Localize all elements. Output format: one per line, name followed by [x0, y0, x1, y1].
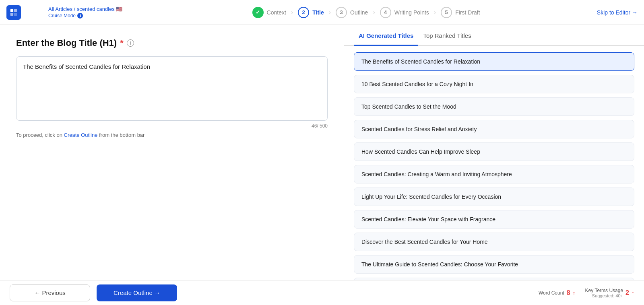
- step-label-draft: First Draft: [455, 9, 480, 16]
- main-content: Enter the Blog Title (H1) * i The Benefi…: [0, 25, 644, 280]
- step-label-outline: Outline: [350, 9, 368, 16]
- steps-nav: ✓ Context › 2 Title › 3 Outline › 4 Writ…: [135, 7, 597, 18]
- svg-rect-2: [14, 9, 17, 12]
- step-arrow-3: ›: [373, 9, 375, 16]
- left-panel: Enter the Blog Title (H1) * i The Benefi…: [0, 25, 344, 280]
- key-terms-value: 2: [625, 289, 629, 297]
- word-count-arrow: ↑: [573, 290, 576, 296]
- step-outline[interactable]: 3 Outline: [336, 7, 368, 18]
- breadcrumb: All Articles / scented candles 🇺🇸: [48, 6, 122, 12]
- title-suggestion-3[interactable]: Scented Candles for Stress Relief and An…: [354, 120, 634, 138]
- create-outline-link[interactable]: Create Outline: [64, 132, 99, 138]
- char-count: 46/ 500: [16, 123, 328, 129]
- previous-button[interactable]: ← Previous: [10, 284, 90, 301]
- bottom-bar: ← Previous Create Outline → Word Count 8…: [0, 280, 644, 305]
- step-circle-outline: 3: [336, 7, 347, 18]
- title-suggestion-9[interactable]: The Ultimate Guide to Scented Candles: C…: [354, 255, 634, 274]
- info-icon[interactable]: i: [127, 39, 134, 47]
- word-count-stat: Word Count 8 ↑: [539, 289, 576, 297]
- step-arrow-2: ›: [329, 9, 331, 16]
- title-suggestion-1[interactable]: 10 Best Scented Candles for a Cozy Night…: [354, 75, 634, 93]
- all-articles-link[interactable]: All Articles: [48, 6, 72, 12]
- title-suggestion-6[interactable]: Light Up Your Life: Scented Candles for …: [354, 188, 634, 206]
- title-suggestion-7[interactable]: Scented Candles: Elevate Your Space with…: [354, 210, 634, 229]
- step-label-writing: Writing Points: [394, 9, 429, 16]
- section-title: Enter the Blog Title (H1) * i: [16, 38, 328, 48]
- svg-rect-0: [10, 9, 13, 12]
- title-suggestion-2[interactable]: Top Scented Candles to Set the Mood: [354, 97, 634, 116]
- required-indicator: *: [120, 38, 124, 48]
- step-first-draft[interactable]: 5 First Draft: [441, 7, 480, 18]
- key-terms-stat: Key Terms Usage Suggested: 40+ 2 ↑: [585, 288, 634, 298]
- title-suggestion-0[interactable]: The Benefits of Scented Candles for Rela…: [354, 52, 634, 71]
- svg-rect-1: [10, 12, 13, 15]
- step-label-context: Context: [267, 9, 286, 16]
- step-circle-draft: 5: [441, 7, 452, 18]
- tab-ai-titles[interactable]: AI Generated Titles: [354, 25, 418, 46]
- word-count-label: Word Count: [539, 290, 564, 296]
- skip-to-editor-link[interactable]: Skip to Editor →: [597, 9, 638, 16]
- cruise-mode-badge: ℹ: [77, 13, 83, 19]
- step-circle-writing: 4: [380, 7, 391, 18]
- ai-titles-list: The Benefits of Scented Candles for Rela…: [344, 46, 644, 280]
- step-arrow-1: ›: [291, 9, 293, 16]
- create-outline-button[interactable]: Create Outline →: [97, 284, 177, 301]
- step-circle-context: ✓: [252, 7, 264, 18]
- cruise-mode-toggle[interactable]: Cruise Mode ℹ: [48, 13, 122, 19]
- step-context[interactable]: ✓ Context: [252, 7, 286, 18]
- step-label-title: Title: [312, 9, 324, 16]
- title-suggestion-8[interactable]: Discover the Best Scented Candles for Yo…: [354, 233, 634, 251]
- step-arrow-4: ›: [434, 9, 436, 16]
- bottom-stats: Word Count 8 ↑ Key Terms Usage Suggested…: [539, 288, 634, 298]
- proceed-hint: To proceed, click on Create Outline from…: [16, 132, 328, 138]
- svg-rect-3: [14, 12, 17, 15]
- tabs-row: AI Generated Titles Top Ranked Titles: [344, 25, 644, 46]
- logo-area: [6, 5, 39, 20]
- tab-top-ranked[interactable]: Top Ranked Titles: [418, 25, 476, 46]
- step-circle-title: 2: [298, 7, 309, 18]
- key-terms-label: Key Terms Usage: [585, 288, 623, 293]
- right-panel: AI Generated Titles Top Ranked Titles Th…: [344, 25, 644, 280]
- app-logo[interactable]: [6, 5, 21, 20]
- step-writing-points[interactable]: 4 Writing Points: [380, 7, 429, 18]
- step-title[interactable]: 2 Title: [298, 7, 324, 18]
- top-nav: All Articles / scented candles 🇺🇸 Cruise…: [0, 0, 644, 25]
- key-terms-arrow: ↑: [632, 290, 634, 296]
- blog-title-input[interactable]: The Benefits of Scented Candles for Rela…: [16, 56, 328, 121]
- word-count-value: 8: [567, 289, 570, 297]
- title-suggestion-4[interactable]: How Scented Candles Can Help Improve Sle…: [354, 142, 634, 161]
- title-suggestion-5[interactable]: Scented Candles: Creating a Warm and Inv…: [354, 165, 634, 183]
- key-terms-sub: Suggested: 40+: [592, 293, 623, 298]
